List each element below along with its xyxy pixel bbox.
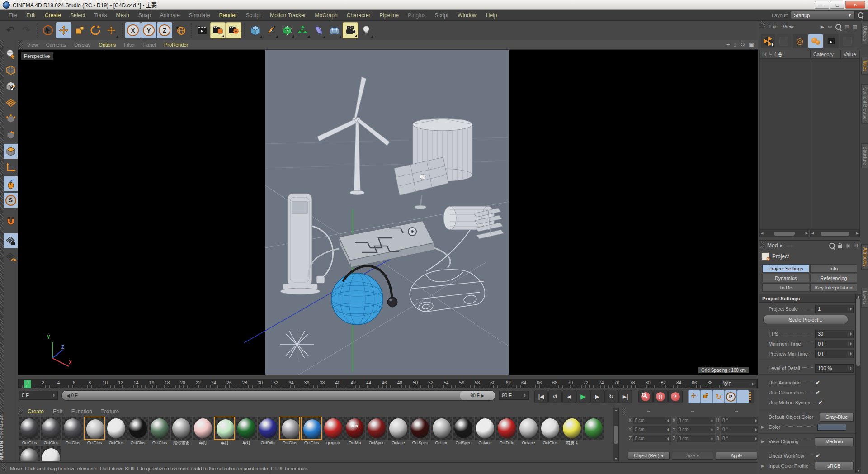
attr-mode-menu[interactable]: Mod <box>767 242 778 249</box>
dock-tab-content-browser[interactable]: Content Browser <box>861 84 868 124</box>
edit-render-settings-button[interactable] <box>226 22 241 38</box>
expander-icon[interactable]: ▶ <box>761 439 764 444</box>
attr-search-icon[interactable] <box>829 243 835 249</box>
menu-select[interactable]: Select <box>66 11 89 20</box>
sidebar-texture-mode-button[interactable] <box>4 79 18 94</box>
material-item[interactable]: OctGlos <box>127 417 148 446</box>
checkbox-checked-icon[interactable]: ✔ <box>816 453 854 459</box>
new-take-button[interactable]: + <box>761 34 775 48</box>
field-value[interactable]: 1▲▼ <box>815 305 854 313</box>
dock-tab-takes[interactable]: Takes <box>861 57 868 75</box>
sidebar-workplane-align-button[interactable] <box>4 250 18 265</box>
om-eye-icon[interactable]: ◖◗ <box>827 24 832 29</box>
menu-plugins[interactable]: Plugins <box>404 11 429 20</box>
keying-help-button[interactable]: ? <box>668 390 683 403</box>
material-item[interactable]: MIXOctMix <box>344 417 365 446</box>
maximize-button[interactable]: ▢ <box>830 1 844 9</box>
live-selection-button[interactable] <box>40 22 56 38</box>
pan-icon[interactable]: + <box>726 41 730 48</box>
timeline-scrubber[interactable]: ◀ 0 F 90 F ▶ <box>61 390 495 401</box>
material-menu-create[interactable]: Create <box>24 408 48 416</box>
menu-tools[interactable]: Tools <box>90 11 111 20</box>
menu-window[interactable]: Window <box>453 11 481 20</box>
key-position-toggle[interactable] <box>688 390 700 403</box>
material-item[interactable]: Octane <box>518 417 539 446</box>
material-item[interactable]: 材质.4 <box>561 417 582 446</box>
takes-col-value[interactable]: Value <box>841 50 860 59</box>
end-frame-field[interactable]: 90 F ▲▼ <box>499 391 529 400</box>
render-picture-viewer-button[interactable] <box>210 22 226 38</box>
checkbox-checked-icon[interactable]: ✔ <box>816 389 854 396</box>
child-take-button[interactable] <box>777 34 791 48</box>
next-key-button[interactable]: ↻ <box>604 390 618 403</box>
toggle-view-icon[interactable]: ▣ <box>749 41 754 48</box>
attr-lock-icon[interactable] <box>838 245 842 248</box>
key-rotation-toggle[interactable]: ↻ <box>712 390 725 403</box>
takes-hscrollbar-right[interactable]: ◀▶ <box>810 230 860 237</box>
coords-grip[interactable] <box>622 408 626 415</box>
record-keyframe-button[interactable] <box>638 390 653 403</box>
color-arrow-icon[interactable]: ▶ <box>761 425 764 429</box>
material-item[interactable]: 车灯 <box>236 417 257 446</box>
dock-tab-layers[interactable]: Layers <box>861 288 868 308</box>
material-item[interactable]: Octane <box>475 417 495 446</box>
attr-new-icon[interactable]: ⊞ <box>854 242 858 249</box>
attr-grip[interactable] <box>760 241 765 248</box>
om-layout1-icon[interactable]: ▤ <box>844 24 849 30</box>
om-layout2-icon[interactable]: ▥ <box>853 24 857 30</box>
viewport-menu-prorender[interactable]: ProRender <box>160 41 192 48</box>
material-item[interactable]: OctGlos <box>279 417 300 446</box>
expander-icon[interactable]: ▶ <box>761 464 764 468</box>
menu-file[interactable]: File <box>5 11 21 20</box>
auto-take-button[interactable]: ◎ <box>793 34 807 48</box>
material-scrollbar[interactable]: ▲▼ <box>613 408 619 461</box>
takes-list[interactable] <box>760 59 860 230</box>
zoom-icon[interactable]: ↕ <box>733 41 736 48</box>
attr-tab-dynamics[interactable]: Dynamics <box>762 274 809 282</box>
material-item[interactable]: OctGlos <box>62 417 83 446</box>
prev-frame-button[interactable]: ◀ <box>562 390 576 403</box>
lock-x-axis-button[interactable]: X <box>125 22 141 38</box>
menu-help[interactable]: Help <box>482 11 501 20</box>
attr-mode-arrow[interactable]: ▶ <box>780 243 783 248</box>
om-search-icon[interactable] <box>835 24 841 30</box>
viewport-menu-panel[interactable]: Panel <box>140 41 160 48</box>
menu-render[interactable]: Render <box>215 11 241 20</box>
attr-scale-project-button[interactable]: Scale Project... <box>763 315 848 324</box>
object-manager-menu-file[interactable]: File <box>767 23 780 30</box>
sidebar-enable-axis-button[interactable] <box>4 160 18 175</box>
current-frame-field[interactable]: 0 F ▲▼ <box>19 391 58 400</box>
spinner-icon[interactable]: ▲▼ <box>848 307 853 311</box>
key-pla-toggle[interactable] <box>737 390 749 403</box>
menu-script[interactable]: Script <box>430 11 453 20</box>
viewport-3d[interactable] <box>18 50 758 375</box>
material-item[interactable] <box>583 417 604 446</box>
material-menu-edit[interactable]: Edit <box>49 408 66 416</box>
coords-size-dropdown[interactable]: Size▾ <box>672 452 713 460</box>
takes-hscrollbar-left[interactable]: ◀▶ <box>760 230 809 237</box>
play-button[interactable]: ▶ <box>576 390 590 403</box>
menu-create[interactable]: Create <box>41 11 65 20</box>
attr-tab-key-interpolation[interactable]: Key Interpolation <box>810 283 857 292</box>
add-light-button[interactable] <box>359 22 374 38</box>
attr-tab-project-settings[interactable]: Project Settings <box>762 264 809 273</box>
material-item[interactable]: OctSpec <box>453 417 474 446</box>
attr-target-icon[interactable]: ◎ <box>845 242 850 249</box>
coords-value-field[interactable]: 0 cm▲▼ <box>633 426 671 433</box>
render-marked-button[interactable] <box>840 34 854 48</box>
coords-value-field[interactable]: 0 °▲▼ <box>721 417 758 424</box>
material-item[interactable]: 磨砂镀铬 <box>171 417 192 446</box>
viewport-menu-options[interactable]: Options <box>95 41 119 48</box>
attr-tab-to-do[interactable]: To Do <box>762 283 809 292</box>
material-item[interactable]: OctSpec <box>366 417 387 446</box>
sidebar-edges-mode-button[interactable] <box>4 128 18 142</box>
menu-sculpt[interactable]: Sculpt <box>242 11 265 20</box>
rotate-tool-button[interactable] <box>88 22 103 38</box>
attr-tab-info[interactable]: Info <box>810 264 857 273</box>
coords-object-rel-dropdown[interactable]: Object (Rel.)▾ <box>628 452 670 460</box>
menu-snap[interactable]: Snap <box>134 11 155 20</box>
attr-section-header[interactable]: Project Settings <box>760 294 855 303</box>
dock-tab-objects[interactable]: Objects <box>861 23 868 44</box>
takes-tree-root[interactable]: ⊡└ 主要 <box>760 50 811 59</box>
menu-animate[interactable]: Animate <box>156 11 184 20</box>
